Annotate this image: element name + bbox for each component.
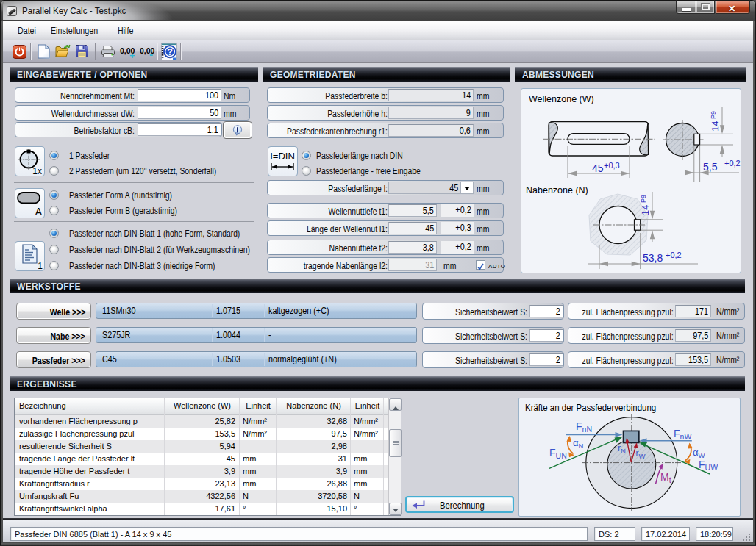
svg-text:14: 14 (640, 205, 651, 215)
svg-text:45: 45 (592, 162, 604, 174)
svg-text:Nabenzone (N): Nabenzone (N) (526, 185, 588, 195)
svg-text:P9: P9 (640, 195, 647, 203)
svg-text:P9: P9 (710, 111, 717, 119)
svg-text:A: A (35, 206, 43, 218)
svg-text:?: ? (167, 47, 173, 57)
svg-text:5,5: 5,5 (703, 161, 718, 173)
svg-text:FUN: FUN (549, 447, 567, 460)
svg-text:1x: 1x (32, 166, 42, 176)
svg-text:Wellenzone (W): Wellenzone (W) (529, 94, 594, 104)
svg-text:1: 1 (38, 261, 43, 270)
svg-text:FnW: FnW (674, 428, 691, 441)
svg-text:I=DIN: I=DIN (270, 151, 295, 162)
svg-text:+0,3: +0,3 (604, 161, 620, 170)
svg-text:Kräfte an der Passfederverbind: Kräfte an der Passfederverbindung (525, 403, 656, 414)
svg-text:FUW: FUW (699, 459, 718, 472)
svg-text:αN: αN (573, 437, 584, 450)
svg-text:53,8: 53,8 (643, 252, 663, 264)
svg-text:+0,2: +0,2 (724, 159, 741, 168)
svg-text:αW: αW (693, 447, 705, 459)
svg-text:+0,2: +0,2 (666, 251, 682, 259)
svg-text:FnN: FnN (576, 420, 592, 434)
svg-text:14: 14 (710, 121, 721, 132)
